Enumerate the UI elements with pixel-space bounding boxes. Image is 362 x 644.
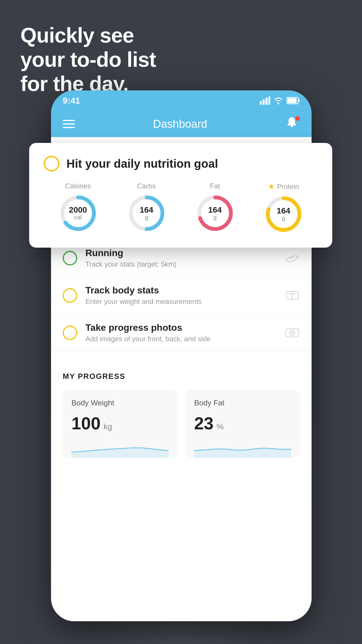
headline-line1: Quickly see xyxy=(20,23,156,48)
todo-item-progress-photos[interactable]: Take progress photos Add images of your … xyxy=(51,314,312,351)
body-weight-chart xyxy=(71,440,168,458)
todo-subtitle-body-stats: Enter your weight and measurements xyxy=(85,298,285,306)
todo-circle-progress-photos xyxy=(63,326,77,340)
body-fat-number: 23 xyxy=(194,413,214,433)
bell-notification-dot xyxy=(295,116,300,121)
battery-icon xyxy=(287,97,300,104)
status-bar: 9:41 xyxy=(51,90,312,111)
protein-label: ★ Protein xyxy=(268,182,299,191)
headline: Quickly see your to-do list for the day. xyxy=(20,23,156,96)
nutrition-carbs: Carbs 164 g xyxy=(128,182,166,232)
svg-rect-7 xyxy=(298,99,300,102)
progress-section-title: MY PROGRESS xyxy=(63,372,300,381)
nutrition-fat: Fat 164 g xyxy=(196,182,234,232)
signal-icon xyxy=(260,97,270,105)
nav-title: Dashboard xyxy=(153,118,207,130)
body-fat-title: Body Fat xyxy=(194,398,291,407)
card-title-row: Hit your daily nutrition goal xyxy=(44,156,318,172)
todo-text-running: Running Track your stats (target: 5km) xyxy=(85,248,285,268)
todo-title-running: Running xyxy=(85,248,285,258)
body-weight-number: 100 xyxy=(71,413,101,433)
body-weight-card[interactable]: Body Weight 100 kg xyxy=(63,390,177,458)
progress-section: MY PROGRESS Body Weight 100 kg xyxy=(51,357,312,467)
body-fat-value-row: 23 % xyxy=(194,413,291,433)
nutrition-calories: Calories 2000 cal xyxy=(59,182,97,232)
shoe-icon xyxy=(285,252,300,265)
svg-rect-6 xyxy=(287,98,297,103)
svg-rect-2 xyxy=(266,98,268,105)
nutrition-row: Calories 2000 cal Carbs xyxy=(44,182,318,233)
todo-subtitle-running: Track your stats (target: 5km) xyxy=(85,260,285,268)
hamburger-menu[interactable] xyxy=(63,120,75,128)
status-time: 9:41 xyxy=(63,96,80,106)
body-weight-value-row: 100 kg xyxy=(71,413,168,433)
calories-donut: 2000 cal xyxy=(59,194,97,232)
progress-cards: Body Weight 100 kg Body Fat xyxy=(63,390,300,458)
scale-icon xyxy=(285,289,300,302)
photo-icon xyxy=(285,326,300,339)
nutrition-card: Hit your daily nutrition goal Calories 2… xyxy=(29,143,332,248)
carbs-label: Carbs xyxy=(137,182,156,190)
body-weight-unit: kg xyxy=(103,422,112,431)
svg-rect-1 xyxy=(263,99,265,105)
body-weight-title: Body Weight xyxy=(71,398,168,407)
svg-point-11 xyxy=(290,330,295,335)
svg-rect-3 xyxy=(268,97,270,105)
nutrition-circle-indicator xyxy=(44,156,59,172)
body-fat-card[interactable]: Body Fat 23 % xyxy=(185,390,300,458)
fat-value: 164 g xyxy=(208,206,222,221)
carbs-donut: 164 g xyxy=(128,194,166,232)
carbs-value: 164 g xyxy=(140,206,153,221)
status-icons xyxy=(260,97,300,105)
hamburger-line3 xyxy=(63,127,75,128)
svg-point-12 xyxy=(291,332,293,334)
wifi-icon xyxy=(273,97,284,105)
todo-item-body-stats[interactable]: Track body stats Enter your weight and m… xyxy=(51,277,312,314)
todo-circle-running xyxy=(63,251,77,265)
calories-label: Calories xyxy=(65,182,91,190)
hamburger-line1 xyxy=(63,120,75,121)
todo-title-body-stats: Track body stats xyxy=(85,285,285,296)
todo-circle-body-stats xyxy=(63,288,77,303)
bell-button[interactable] xyxy=(285,116,300,132)
star-icon: ★ xyxy=(268,182,275,191)
calories-value: 2000 cal xyxy=(69,206,87,221)
headline-line2: your to-do list xyxy=(20,48,156,72)
todo-title-progress-photos: Take progress photos xyxy=(85,322,285,333)
fat-label: Fat xyxy=(210,182,220,190)
todo-text-body-stats: Track body stats Enter your weight and m… xyxy=(85,285,285,306)
svg-rect-0 xyxy=(260,101,262,105)
body-fat-chart xyxy=(194,440,291,458)
todo-list: Running Track your stats (target: 5km) T… xyxy=(51,234,312,357)
hamburger-line2 xyxy=(63,123,75,125)
fat-donut: 164 g xyxy=(196,194,234,232)
svg-point-4 xyxy=(277,103,279,104)
todo-subtitle-progress-photos: Add images of your front, back, and side xyxy=(85,335,285,343)
protein-donut: 164 g xyxy=(265,195,303,233)
body-fat-unit: % xyxy=(217,422,224,431)
nutrition-protein: ★ Protein 164 g xyxy=(265,182,303,233)
protein-value: 164 g xyxy=(277,207,290,222)
nav-bar: Dashboard xyxy=(51,111,312,137)
todo-text-progress-photos: Take progress photos Add images of your … xyxy=(85,322,285,343)
nutrition-card-title: Hit your daily nutrition goal xyxy=(66,157,218,170)
